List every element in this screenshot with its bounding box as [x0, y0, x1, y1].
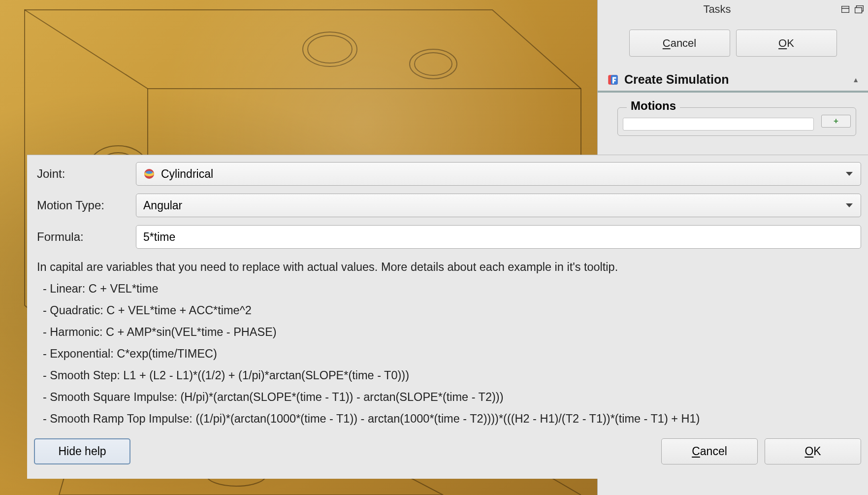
task-top-buttons: Cancel OK — [598, 19, 868, 70]
help-example: - Smooth Ramp Top Impulse: ((1/pi)*(arct… — [43, 409, 858, 428]
section-header[interactable]: Create Simulation ▲ — [598, 70, 868, 93]
tasks-header: Tasks — [598, 0, 868, 19]
motion-type-select[interactable]: Angular — [136, 194, 861, 217]
ok-button[interactable]: OK — [736, 30, 837, 57]
svg-point-1 — [308, 35, 352, 63]
help-example: - Harmonic: C + AMP*sin(VEL*time - PHASE… — [43, 323, 858, 341]
svg-point-2 — [410, 49, 457, 79]
help-example: - Linear: C + VEL*time — [43, 279, 858, 298]
cancel-button[interactable]: Cancel — [629, 30, 730, 57]
app-logo-icon — [607, 73, 619, 86]
motion-type-label: Motion Type: — [34, 198, 136, 212]
help-example: - Quadratic: C + VEL*time + ACC*time^2 — [43, 301, 858, 320]
chevron-down-icon — [846, 203, 853, 207]
dialog-ok-button[interactable]: OK — [765, 438, 861, 464]
section-title: Create Simulation — [624, 72, 852, 87]
help-example: - Smooth Step: L1 + (L2 - L1)*((1/2) + (… — [43, 366, 858, 385]
svg-point-3 — [415, 53, 452, 75]
motion-dialog: Joint: Cylindrical Motion Type: Angular … — [27, 155, 868, 479]
help-example: - Exponential: C*exp(time/TIMEC) — [43, 344, 858, 363]
formula-input[interactable] — [136, 225, 861, 249]
svg-point-19 — [146, 171, 153, 174]
motions-legend: Motions — [627, 99, 680, 113]
joint-value: Cylindrical — [161, 167, 213, 181]
detach-panel-button[interactable] — [854, 5, 864, 14]
motions-list[interactable] — [623, 118, 814, 131]
joint-label: Joint: — [34, 167, 136, 181]
svg-rect-11 — [842, 6, 849, 13]
chevron-down-icon — [846, 172, 853, 176]
help-example: - Smooth Square Impulse: (H/pi)*(arctan(… — [43, 388, 858, 406]
help-text: In capital are variables that you need t… — [34, 257, 861, 432]
svg-point-0 — [303, 32, 357, 66]
restore-panel-button[interactable] — [840, 5, 850, 14]
plus-icon: + — [834, 116, 838, 126]
add-motion-button[interactable]: + — [821, 115, 851, 128]
tasks-title: Tasks — [598, 3, 836, 16]
formula-label: Formula: — [34, 230, 136, 244]
svg-rect-14 — [855, 8, 862, 13]
help-intro: In capital are variables that you need t… — [37, 258, 858, 276]
joint-select[interactable]: Cylindrical — [136, 162, 861, 186]
cylindrical-joint-icon — [143, 168, 155, 180]
collapse-icon[interactable]: ▲ — [852, 76, 859, 84]
motion-type-value: Angular — [143, 199, 182, 212]
motions-group: Motions + — [617, 107, 856, 136]
dialog-cancel-button[interactable]: Cancel — [661, 438, 758, 464]
hide-help-button[interactable]: Hide help — [34, 438, 130, 464]
